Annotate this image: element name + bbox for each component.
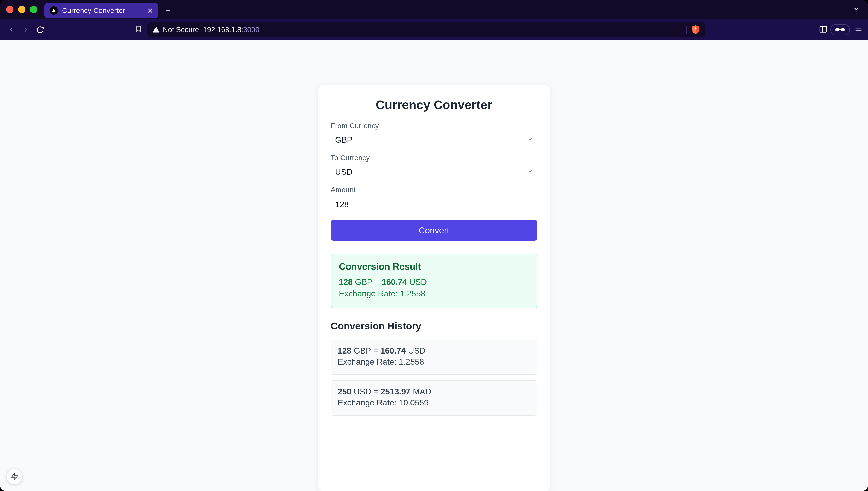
amount-label: Amount	[331, 186, 537, 194]
chevron-down-icon	[527, 168, 533, 175]
warning-icon	[152, 26, 160, 33]
history-conversion-line: 128 GBP = 160.74 USD	[338, 346, 530, 355]
reload-button[interactable]	[35, 24, 46, 35]
browser-tab[interactable]: Currency Converter ✕	[44, 3, 158, 18]
result-rate-line: Exchange Rate: 1.2558	[339, 289, 529, 298]
url-text: 192.168.1.8:3000	[203, 26, 259, 34]
svg-rect-1	[156, 31, 156, 32]
maximize-window-button[interactable]	[30, 6, 37, 13]
back-button[interactable]	[6, 24, 17, 35]
svg-rect-2	[820, 26, 827, 32]
address-bar[interactable]: Not Secure 192.168.1.8:3000	[147, 23, 705, 37]
browser-toolbar: Not Secure 192.168.1.8:3000	[0, 19, 868, 40]
svg-rect-6	[839, 29, 841, 30]
svg-rect-0	[156, 29, 156, 31]
browser-tabbar: Currency Converter ✕ +	[0, 0, 868, 19]
svg-marker-10	[11, 473, 18, 480]
security-indicator[interactable]: Not Secure	[152, 26, 199, 34]
forward-button[interactable]	[20, 24, 31, 35]
convert-button[interactable]: Convert	[331, 220, 537, 240]
conversion-result-box: Conversion Result 128 GBP = 160.74 USD E…	[331, 254, 537, 308]
chevron-down-icon	[527, 136, 533, 143]
svg-rect-4	[835, 28, 839, 31]
from-currency-label: From Currency	[331, 122, 537, 130]
addrbar-divider	[686, 26, 687, 34]
history-title: Conversion History	[331, 321, 537, 332]
converter-card: Currency Converter From Currency GBP To …	[318, 85, 550, 491]
new-tab-button[interactable]: +	[165, 5, 171, 16]
tab-title: Currency Converter	[62, 6, 143, 15]
result-title: Conversion Result	[339, 261, 529, 272]
close-tab-icon[interactable]: ✕	[147, 6, 153, 15]
close-window-button[interactable]	[6, 6, 13, 13]
amount-input[interactable]	[331, 197, 537, 212]
bookmark-icon[interactable]	[135, 25, 142, 34]
tabs-overflow-icon[interactable]	[852, 5, 860, 15]
history-conversion-line: 250 USD = 2513.97 MAD	[338, 387, 530, 397]
to-currency-select[interactable]: USD	[331, 165, 537, 179]
history-item: 250 USD = 2513.97 MAD Exchange Rate: 10.…	[331, 380, 537, 415]
sidebar-toggle-icon[interactable]	[819, 25, 828, 35]
private-mode-indicator[interactable]	[830, 24, 850, 35]
svg-rect-5	[841, 28, 845, 31]
from-currency-value: GBP	[335, 135, 353, 145]
brave-shields-icon[interactable]	[691, 25, 700, 35]
history-rate-line: Exchange Rate: 1.2558	[338, 357, 530, 367]
to-currency-value: USD	[335, 167, 353, 177]
minimize-window-button[interactable]	[18, 6, 25, 13]
security-label: Not Secure	[163, 26, 199, 34]
page-content: Currency Converter From Currency GBP To …	[0, 40, 868, 491]
result-line: 128 GBP = 160.74 USD	[339, 277, 529, 287]
history-item: 128 GBP = 160.74 USD Exchange Rate: 1.25…	[331, 340, 537, 375]
page-title: Currency Converter	[331, 98, 537, 112]
to-currency-label: To Currency	[331, 154, 537, 162]
glasses-icon	[834, 27, 846, 33]
lightning-icon	[10, 473, 18, 481]
history-rate-line: Exchange Rate: 10.0559	[338, 398, 530, 407]
tab-favicon-icon	[50, 6, 58, 15]
window-controls	[6, 6, 37, 13]
menu-button[interactable]	[855, 25, 862, 35]
dev-tools-fab[interactable]	[7, 469, 22, 484]
from-currency-select[interactable]: GBP	[331, 133, 537, 147]
